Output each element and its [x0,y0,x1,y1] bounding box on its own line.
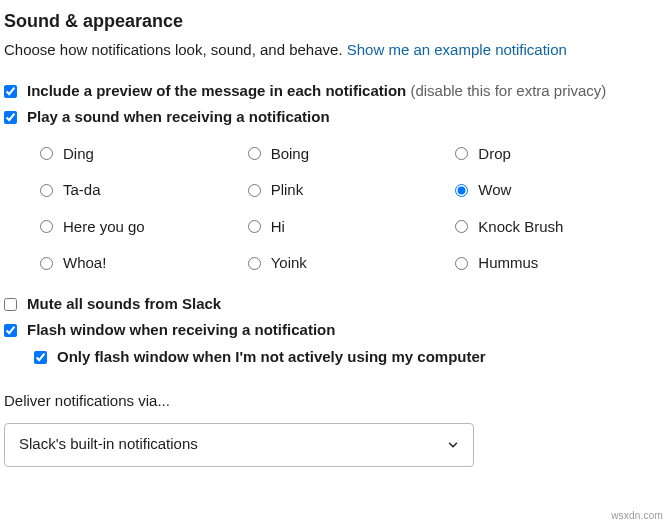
flash-window-label: Flash window when receiving a notificati… [27,319,335,342]
section-title: Sound & appearance [4,8,663,35]
sound-option-ta-da[interactable]: Ta-da [40,179,248,202]
flash-window-checkbox[interactable] [4,324,17,337]
mute-all-label: Mute all sounds from Slack [27,293,221,316]
sound-label: Hummus [478,252,538,275]
deliver-select-value: Slack's built-in notifications [19,433,198,456]
sound-label: Yoink [271,252,307,275]
option-only-flash-idle[interactable]: Only flash window when I'm not actively … [34,346,663,369]
only-flash-idle-label: Only flash window when I'm not actively … [57,346,486,369]
sound-label: Wow [478,179,511,202]
sound-options-grid: DingBoingDropTa-daPlinkWowHere you goHiK… [40,143,663,275]
sound-label: Plink [271,179,304,202]
sound-option-ding[interactable]: Ding [40,143,248,166]
sound-radio[interactable] [248,184,261,197]
sound-label: Knock Brush [478,216,563,239]
sound-option-whoa[interactable]: Whoa! [40,252,248,275]
include-preview-label: Include a preview of the message in each… [27,80,606,103]
sound-radio[interactable] [248,147,261,160]
sound-option-drop[interactable]: Drop [455,143,663,166]
sound-label: Whoa! [63,252,106,275]
sound-radio[interactable] [455,184,468,197]
deliver-label: Deliver notifications via... [4,390,663,413]
sound-radio[interactable] [248,220,261,233]
section-description-text: Choose how notifications look, sound, an… [4,41,347,58]
include-preview-checkbox[interactable] [4,85,17,98]
option-flash-window[interactable]: Flash window when receiving a notificati… [4,319,663,342]
sound-radio[interactable] [40,147,53,160]
section-description: Choose how notifications look, sound, an… [4,39,663,62]
sound-label: Hi [271,216,285,239]
only-flash-idle-checkbox[interactable] [34,351,47,364]
sound-radio[interactable] [455,257,468,270]
sound-option-boing[interactable]: Boing [248,143,456,166]
sound-label: Ta-da [63,179,101,202]
sound-label: Boing [271,143,309,166]
sound-radio[interactable] [455,220,468,233]
sound-option-hummus[interactable]: Hummus [455,252,663,275]
example-notification-link[interactable]: Show me an example notification [347,41,567,58]
sound-option-plink[interactable]: Plink [248,179,456,202]
option-include-preview[interactable]: Include a preview of the message in each… [4,80,663,103]
deliver-select[interactable]: Slack's built-in notifications [4,423,474,467]
mute-all-checkbox[interactable] [4,298,17,311]
option-mute-all[interactable]: Mute all sounds from Slack [4,293,663,316]
sound-option-wow[interactable]: Wow [455,179,663,202]
play-sound-checkbox[interactable] [4,111,17,124]
sound-radio[interactable] [455,147,468,160]
sound-radio[interactable] [40,184,53,197]
sound-option-hi[interactable]: Hi [248,216,456,239]
sound-option-knock-brush[interactable]: Knock Brush [455,216,663,239]
sound-radio[interactable] [248,257,261,270]
sound-option-yoink[interactable]: Yoink [248,252,456,275]
play-sound-label: Play a sound when receiving a notificati… [27,106,330,129]
option-play-sound[interactable]: Play a sound when receiving a notificati… [4,106,663,129]
sound-radio[interactable] [40,220,53,233]
sound-label: Drop [478,143,511,166]
sound-label: Here you go [63,216,145,239]
deliver-select-wrap: Slack's built-in notifications [4,423,474,467]
sound-option-here-you-go[interactable]: Here you go [40,216,248,239]
sound-label: Ding [63,143,94,166]
sound-radio[interactable] [40,257,53,270]
